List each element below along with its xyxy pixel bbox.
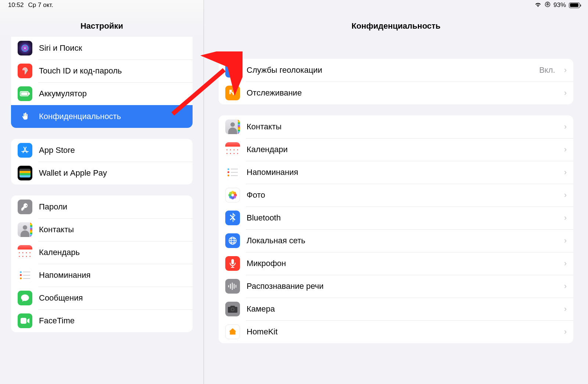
wallet-icon (18, 166, 32, 180)
detail-row-контакты[interactable]: Контакты› (219, 115, 573, 138)
sidebar-row-app-store[interactable]: App Store (11, 139, 193, 162)
chevron-right-icon: › (564, 281, 567, 291)
location-icon (225, 63, 240, 78)
messages-icon (18, 291, 32, 305)
detail-row-фото[interactable]: Фото› (219, 184, 573, 207)
sidebar-row-touch-id-и-код-пароль[interactable]: Touch ID и код-пароль (11, 60, 193, 82)
sidebar-row-wallet-и-apple-pay[interactable]: Wallet и Apple Pay (11, 162, 193, 184)
contacts-icon (18, 222, 32, 237)
chevron-right-icon: › (564, 190, 567, 200)
row-label: Siri и Поиск (39, 43, 186, 53)
chevron-right-icon: › (564, 65, 567, 75)
battery-icon (569, 3, 580, 8)
wifi-icon (534, 1, 542, 9)
row-label: Конфиденциальность (39, 112, 186, 121)
reminders-icon (225, 165, 240, 180)
sidebar-row-facetime[interactable]: FaceTime (11, 309, 193, 332)
sidebar-row-напоминания[interactable]: Напоминания (11, 264, 193, 287)
chevron-right-icon: › (564, 122, 567, 132)
siri-icon (18, 41, 32, 55)
row-label: Контакты (39, 225, 186, 234)
passwords-icon (18, 200, 32, 214)
row-label: App Store (39, 146, 186, 155)
row-label: Wallet и Apple Pay (39, 168, 186, 178)
status-bar: 10:52 Ср 7 окт. 93% (0, 0, 588, 10)
svg-point-19 (229, 192, 232, 195)
chevron-right-icon: › (564, 236, 567, 245)
chevron-right-icon: › (564, 88, 567, 98)
chevron-right-icon: › (564, 259, 567, 268)
row-label: Отслеживание (247, 88, 555, 98)
sidebar-group: App StoreWallet и Apple Pay (11, 139, 193, 184)
reminders-icon (18, 268, 32, 283)
row-label: Локальная сеть (247, 236, 555, 245)
sidebar-row-контакты[interactable]: Контакты (11, 218, 193, 241)
sidebar-row-пароли[interactable]: Пароли (11, 195, 193, 218)
sidebar-row-конфиденциальность[interactable]: Конфиденциальность (11, 105, 193, 128)
chevron-right-icon: › (564, 145, 567, 154)
svg-rect-6 (29, 93, 30, 95)
svg-rect-23 (231, 259, 234, 264)
sidebar-row-календарь[interactable]: • • • •• • • •Календарь (11, 241, 193, 264)
rotation-lock-icon (545, 1, 551, 9)
sidebar-group: Siri и ПоискTouch ID и код-парольАккумул… (11, 37, 193, 128)
mic-icon (225, 256, 240, 271)
sidebar-row-siri-и-поиск[interactable]: Siri и Поиск (11, 37, 193, 60)
sidebar-row-аккумулятор[interactable]: Аккумулятор (11, 82, 193, 105)
row-label: Контакты (247, 122, 555, 132)
row-value: Вкл. (539, 65, 555, 75)
detail-row-напоминания[interactable]: Напоминания› (219, 161, 573, 184)
detail-row-распознавание-речи[interactable]: Распознавание речи› (219, 275, 573, 298)
row-label: Службы геолокации (247, 65, 533, 75)
row-label: Камера (247, 304, 555, 314)
sidebar-row-сообщения[interactable]: Сообщения (11, 287, 193, 309)
svg-point-30 (232, 308, 234, 311)
status-date: Ср 7 окт. (28, 1, 53, 9)
row-label: FaceTime (39, 316, 186, 326)
status-time: 10:52 (8, 1, 24, 9)
svg-rect-5 (21, 92, 28, 95)
photos-icon (225, 188, 240, 202)
detail-row-календари[interactable]: • • • •• • • •Календари› (219, 138, 573, 161)
row-label: Bluetooth (247, 213, 555, 223)
battery-icon (18, 86, 32, 101)
detail-row-службы-геолокации[interactable]: Службы геолокацииВкл.› (219, 59, 573, 82)
chevron-right-icon: › (564, 304, 567, 314)
row-label: Распознавание речи (247, 281, 555, 291)
svg-point-3 (24, 47, 26, 49)
battery-percent: 93% (553, 1, 566, 9)
detail-row-bluetooth[interactable]: Bluetooth› (219, 207, 573, 229)
chevron-right-icon: › (564, 213, 567, 223)
touchid-icon (18, 64, 32, 78)
bluetooth-icon (225, 211, 240, 225)
row-label: Напоминания (247, 168, 555, 177)
camera-icon (225, 302, 240, 316)
chevron-right-icon: › (564, 327, 567, 337)
detail-pane: Конфиденциальность Службы геолокацииВкл.… (204, 0, 588, 384)
sidebar-group: ПаролиКонтакты• • • •• • • •КалендарьНап… (11, 195, 193, 332)
detail-group: Контакты›• • • •• • • •Календари›Напомин… (219, 115, 573, 343)
row-label: Календарь (39, 248, 186, 257)
appstore-icon (18, 143, 32, 158)
detail-row-отслеживание[interactable]: Отслеживание› (219, 82, 573, 104)
detail-row-микрофон[interactable]: Микрофон› (219, 252, 573, 275)
row-label: Микрофон (247, 259, 555, 268)
detail-row-камера[interactable]: Камера› (219, 298, 573, 320)
detail-row-homekit[interactable]: HomeKit› (219, 320, 573, 343)
row-label: Календари (247, 145, 555, 154)
localnet-icon (225, 233, 240, 248)
tracking-icon (225, 86, 240, 100)
row-label: Touch ID и код-пароль (39, 66, 186, 76)
row-label: Напоминания (39, 270, 186, 280)
chevron-right-icon: › (564, 168, 567, 177)
settings-sidebar: Настройки Siri и ПоискTouch ID и код-пар… (0, 0, 204, 384)
contacts-icon (225, 119, 240, 134)
detail-row-локальная-сеть[interactable]: Локальная сеть› (219, 229, 573, 252)
privacy-icon (18, 109, 32, 124)
row-label: Пароли (39, 202, 186, 212)
calendar-icon: • • • •• • • • (18, 245, 32, 260)
speech-icon (225, 279, 240, 294)
row-label: Аккумулятор (39, 89, 186, 98)
detail-group: Службы геолокацииВкл.›Отслеживание› (219, 59, 573, 104)
row-label: HomeKit (247, 327, 555, 337)
